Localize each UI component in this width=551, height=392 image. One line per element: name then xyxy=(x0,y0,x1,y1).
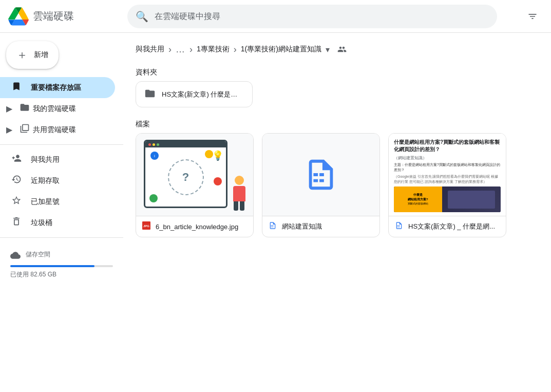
folder-card-icon xyxy=(144,88,156,101)
logo-area: 雲端硬碟 xyxy=(8,6,121,27)
breadcrumb-sep-3: › xyxy=(234,44,237,55)
illustration-container: ? i 💡 xyxy=(136,134,253,216)
file-card-doc[interactable]: 網站建置知識 xyxy=(262,133,380,237)
new-button-label: 新增 xyxy=(34,50,48,60)
sidebar-item-my-drive[interactable]: ▶ 我的雲端硬碟 xyxy=(0,98,115,119)
file-card-gdoc[interactable]: 什麼是網站租用方案?買斷式的套版網站和客製化網頁設計的差別？ （網站建置知識） … xyxy=(388,133,506,237)
breadcrumb-more[interactable]: … xyxy=(176,44,185,55)
gdoc-text-preview: 什麼是網站租用方案?買斷式的套版網站和客製化網頁設計的差別？ （網站建置知識） … xyxy=(389,134,506,216)
app-layout: ＋ 新增 重要檔案存放區 ▶ 我的雲端硬碟 ▶ 共用雲端硬碟 xyxy=(0,33,551,392)
doc-large-icon xyxy=(303,157,339,193)
file-preview-jpg: ? i 💡 xyxy=(136,134,253,216)
doc-file-icon xyxy=(269,221,277,231)
breadcrumb-shared-with-me[interactable]: 與我共用 xyxy=(136,45,164,54)
file-grid: ? i 💡 xyxy=(123,133,551,250)
share-button[interactable] xyxy=(334,41,350,58)
sidebar-item-recent[interactable]: 近期存取 xyxy=(0,170,115,191)
breadcrumb-sep-1: › xyxy=(168,44,172,55)
sidebar-item-priority[interactable]: 重要檔案存放區 xyxy=(0,77,115,98)
sidebar-item-my-drive-label: 我的雲端硬碟 xyxy=(33,104,76,114)
shared-with-me-icon xyxy=(10,153,23,166)
search-input[interactable] xyxy=(155,12,489,21)
sidebar-item-shared-with-me-label: 與我共用 xyxy=(31,155,60,164)
sidebar-item-shared-with-me[interactable]: 與我共用 xyxy=(0,149,115,170)
storage-bar-fill xyxy=(10,265,94,267)
gdoc-preview-body: （Google效益 引言首先 讓我們想想看為什麼我們需要網站呢 根據您的行業 您… xyxy=(394,174,501,184)
jpg-file-icon: JPG xyxy=(142,221,150,232)
gdoc-file-icon xyxy=(395,221,403,231)
recent-icon xyxy=(10,174,23,187)
file-card-footer-jpg: JPG 6_bn_article_knowledge.jpg xyxy=(136,216,253,237)
sidebar-item-trash-label: 垃圾桶 xyxy=(31,218,52,228)
gdoc-preview-subtitle: （網站建置知識） xyxy=(394,155,501,161)
search-bar[interactable]: 🔍 xyxy=(127,5,497,28)
folder-card-name: HS文案(新文章) 什麼是網站... xyxy=(162,90,244,99)
filter-button[interactable] xyxy=(522,6,543,27)
folder-card-hs[interactable]: HS文案(新文章) 什麼是網站... xyxy=(136,81,253,107)
sidebar-item-starred[interactable]: 已加星號 xyxy=(0,191,115,212)
sidebar-item-shared-drives[interactable]: ▶ 共用雲端硬碟 xyxy=(0,119,115,140)
sidebar-item-starred-label: 已加星號 xyxy=(31,197,60,207)
sidebar-item-trash[interactable]: 垃圾桶 xyxy=(0,212,115,233)
breadcrumb-dropdown-icon[interactable]: ▾ xyxy=(326,45,330,54)
breadcrumb-sep-2: › xyxy=(189,44,193,55)
storage-area: 儲存空間 已使用 82.65 GB xyxy=(0,242,123,287)
search-icon: 🔍 xyxy=(136,10,148,23)
cloud-icon xyxy=(10,250,21,262)
breadcrumb: 與我共用 › … › 1專業技術 › 1(專業技術)網站建置知識 ▾ xyxy=(123,33,551,64)
topbar: 雲端硬碟 🔍 xyxy=(0,0,551,33)
trash-icon xyxy=(10,216,23,229)
sidebar: ＋ 新增 重要檔案存放區 ▶ 我的雲端硬碟 ▶ 共用雲端硬碟 xyxy=(0,33,123,392)
folder-grid: HS文案(新文章) 什麼是網站... xyxy=(123,81,551,116)
shared-drives-icon xyxy=(18,123,31,136)
topbar-right xyxy=(522,6,543,27)
file-section-label: 檔案 xyxy=(123,116,551,133)
svg-text:JPG: JPG xyxy=(143,225,149,228)
expand-arrow-icon: ▶ xyxy=(6,104,16,114)
gdoc-file-name: HS文案(新文章) _ 什麼是網... xyxy=(408,222,500,231)
doc-preview xyxy=(262,134,379,216)
storage-label: 儲存空間 xyxy=(26,250,50,259)
doc-file-name: 網站建置知識 xyxy=(282,222,373,231)
sidebar-divider-1 xyxy=(0,144,123,145)
starred-icon xyxy=(10,195,23,208)
new-button[interactable]: ＋ 新增 xyxy=(6,41,59,69)
gdoc-preview-main: 主題：什麼是網站租用方案?買斷式的套版網站和客製化網頁設計的差別？ xyxy=(394,162,501,173)
expand-arrow-icon-2: ▶ xyxy=(6,125,16,135)
folder-section-label: 資料夾 xyxy=(123,64,551,81)
my-drive-icon xyxy=(18,102,31,115)
main-content: 與我共用 › … › 1專業技術 › 1(專業技術)網站建置知識 ▾ 資料夾 H… xyxy=(123,33,551,392)
breadcrumb-tech[interactable]: 1專業技術 xyxy=(197,45,230,54)
sidebar-divider-2 xyxy=(0,237,123,238)
storage-used-text: 已使用 82.65 GB xyxy=(10,270,113,279)
plus-icon: ＋ xyxy=(16,47,28,63)
banner-text: 什麼是網站租用方案?買斷式的套版網站 xyxy=(408,193,428,206)
sidebar-item-priority-label: 重要檔案存放區 xyxy=(31,83,81,92)
app-title: 雲端硬碟 xyxy=(33,9,74,23)
drive-logo-icon xyxy=(8,6,29,27)
breadcrumb-current-folder: 1(專業技術)網站建置知識 xyxy=(241,45,321,54)
file-preview-gdoc: 什麼是網站租用方案?買斷式的套版網站和客製化網頁設計的差別？ （網站建置知識） … xyxy=(389,134,506,216)
file-card-footer-gdoc: HS文案(新文章) _ 什麼是網... xyxy=(389,216,506,236)
jpg-file-name: 6_bn_article_knowledge.jpg xyxy=(156,223,247,231)
sidebar-item-recent-label: 近期存取 xyxy=(31,176,60,185)
file-card-footer-doc: 網站建置知識 xyxy=(262,216,379,236)
file-card-jpg[interactable]: ? i 💡 xyxy=(136,133,254,237)
sidebar-item-shared-drives-label: 共用雲端硬碟 xyxy=(33,125,76,135)
file-preview-doc xyxy=(262,134,379,216)
storage-bar-background xyxy=(10,265,113,267)
gdoc-preview-title: 什麼是網站租用方案?買斷式的套版網站和客製化網頁設計的差別？ xyxy=(394,139,501,153)
priority-icon xyxy=(10,81,23,94)
